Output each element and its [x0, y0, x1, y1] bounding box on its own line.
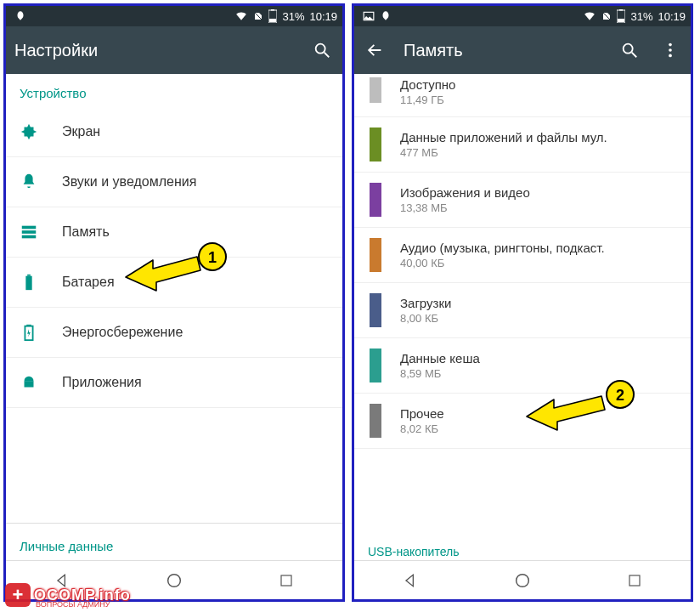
settings-item-storage[interactable]: Память [6, 207, 342, 258]
svg-rect-8 [22, 235, 37, 239]
no-sim-icon [601, 10, 612, 22]
wifi-icon [583, 10, 596, 22]
overflow-button[interactable] [658, 38, 682, 62]
svg-point-15 [168, 574, 181, 586]
svg-rect-16 [281, 575, 291, 586]
search-icon [313, 41, 331, 60]
svg-point-24 [669, 43, 672, 47]
storage-label: Аудио (музыка, рингтоны, подкаст. [400, 241, 605, 255]
battery-full-icon [20, 273, 38, 292]
storage-item-other[interactable]: Прочее 8,02 КБ [354, 394, 691, 449]
battery-saver-icon [20, 323, 38, 342]
bell-icon [20, 173, 38, 191]
svg-rect-3 [269, 19, 276, 22]
settings-item-power[interactable]: Энергосбережение [6, 308, 342, 358]
battery-pct: 31% [282, 10, 304, 23]
storage-size: 40,00 КБ [400, 257, 605, 269]
item-label: Приложения [62, 375, 142, 390]
svg-point-27 [517, 574, 529, 586]
nav-recent-button[interactable] [269, 564, 303, 598]
watermark-subtext: ВОПРОСЫ АДМИНУ [36, 600, 110, 609]
item-label: Память [62, 224, 110, 240]
clock: 10:19 [658, 10, 686, 23]
settings-item-sounds[interactable]: Звуки и уведомления [6, 157, 342, 207]
svg-point-22 [624, 44, 633, 54]
settings-item-battery[interactable]: Батарея [6, 258, 342, 308]
settings-item-display[interactable]: Экран [6, 107, 342, 157]
search-button[interactable] [310, 38, 334, 62]
wifi-icon [234, 10, 248, 22]
status-bar: 31% 10:19 [354, 6, 691, 26]
arrow-back-icon [365, 41, 384, 60]
color-swatch [370, 404, 381, 438]
color-swatch [370, 348, 381, 382]
nav-home-button[interactable] [157, 564, 191, 598]
page-title: Настройки [14, 41, 293, 60]
item-label: Экран [62, 124, 100, 139]
storage-item-downloads[interactable]: Загрузки 8,00 КБ [354, 283, 691, 338]
settings-item-apps[interactable]: Приложения [6, 358, 342, 408]
back-button[interactable] [363, 38, 387, 62]
storage-size: 8,00 КБ [400, 312, 451, 325]
storage-size: 477 МБ [400, 146, 607, 159]
storage-label: Данные приложений и файлы мул. [400, 130, 607, 144]
search-icon [620, 41, 639, 60]
svg-rect-6 [22, 226, 37, 230]
svg-rect-20 [619, 9, 623, 11]
svg-rect-9 [25, 276, 31, 291]
svg-rect-21 [618, 19, 624, 22]
rocket-icon [14, 10, 26, 22]
svg-point-4 [316, 44, 325, 54]
svg-rect-10 [27, 275, 31, 276]
phone-right: 31% 10:19 Память Доступно 11,49 ГБ [352, 3, 693, 602]
nav-back-button[interactable] [393, 564, 427, 598]
clock: 10:19 [309, 10, 337, 23]
svg-point-26 [669, 54, 672, 58]
status-bar: 31% 10:19 [6, 6, 342, 26]
app-bar: Настройки [6, 26, 342, 74]
storage-size: 11,49 ГБ [400, 94, 455, 106]
color-swatch [370, 183, 381, 217]
storage-size: 8,59 МБ [400, 367, 480, 380]
svg-line-23 [632, 53, 637, 58]
storage-item-cache[interactable]: Данные кеша 8,59 МБ [354, 338, 691, 394]
no-sim-icon [253, 10, 263, 22]
battery-icon [617, 9, 625, 23]
storage-item-apps[interactable]: Данные приложений и файлы мул. 477 МБ [354, 117, 691, 173]
color-swatch [370, 238, 381, 272]
storage-size: 8,02 КБ [400, 422, 444, 435]
storage-item-available[interactable]: Доступно 11,49 ГБ [354, 74, 691, 117]
svg-rect-2 [271, 9, 274, 11]
storage-label: Данные кеша [400, 351, 480, 366]
storage-list: Доступно 11,49 ГБ Данные приложений и фа… [354, 74, 691, 560]
nav-recent-button[interactable] [618, 564, 652, 598]
search-button[interactable] [618, 38, 641, 62]
usb-section-header: USB-накопитель [354, 533, 691, 560]
page-title: Память [404, 41, 601, 60]
section-header-device: Устройство [6, 74, 342, 107]
settings-list: Устройство Экран Звуки и уведомления Пам… [6, 74, 342, 560]
svg-rect-7 [22, 230, 37, 234]
storage-label: Загрузки [400, 296, 451, 310]
nav-bar [354, 560, 691, 599]
section-header-personal: Личные данные [6, 523, 342, 560]
svg-point-25 [669, 48, 672, 52]
android-icon [20, 373, 38, 392]
watermark-plus-icon: + [5, 583, 31, 607]
item-label: Звуки и уведомления [62, 174, 196, 190]
svg-line-5 [325, 53, 330, 58]
storage-size: 13,38 МБ [400, 201, 530, 214]
color-swatch [370, 293, 381, 327]
brightness-icon [20, 122, 38, 141]
rocket-icon [380, 10, 392, 22]
battery-pct: 31% [630, 10, 652, 23]
storage-label: Изображения и видео [400, 185, 530, 200]
battery-icon [268, 9, 277, 23]
item-label: Энергосбережение [62, 325, 183, 340]
storage-item-audio[interactable]: Аудио (музыка, рингтоны, подкаст. 40,00 … [354, 228, 691, 283]
nav-home-button[interactable] [505, 564, 539, 598]
storage-icon [20, 223, 38, 241]
svg-rect-28 [629, 575, 640, 586]
storage-item-media[interactable]: Изображения и видео 13,38 МБ [354, 173, 691, 228]
storage-label: Прочее [400, 406, 444, 421]
